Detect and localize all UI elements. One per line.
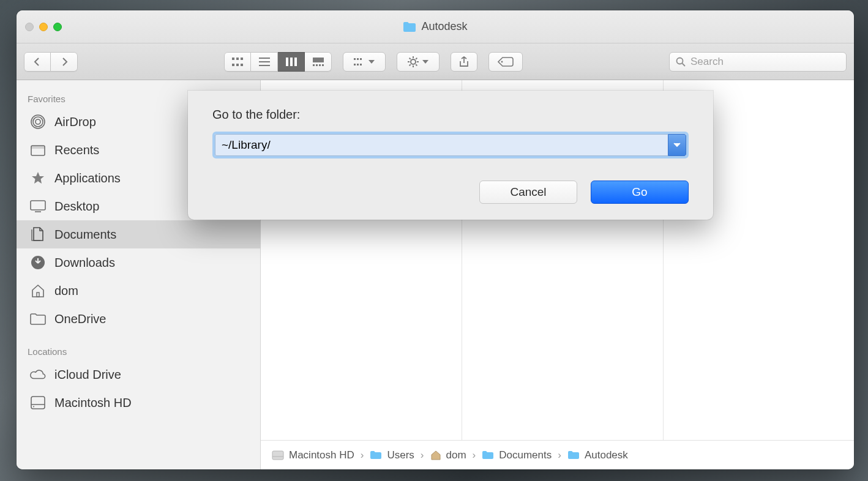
- action-button[interactable]: [397, 52, 440, 72]
- svg-line-28: [410, 58, 411, 59]
- sidebar-item-macintosh-hd[interactable]: Macintosh HD: [17, 389, 260, 417]
- folder-icon: [567, 450, 580, 460]
- svg-rect-15: [319, 64, 321, 66]
- cloud-icon: [30, 367, 46, 382]
- svg-rect-18: [357, 58, 359, 60]
- downloads-icon: [30, 255, 46, 270]
- folder-icon: [30, 311, 46, 327]
- svg-point-46: [33, 406, 34, 408]
- svg-line-31: [416, 58, 417, 59]
- locations-header: Locations: [17, 341, 260, 360]
- sidebar-item-label: Documents: [54, 228, 116, 242]
- minimize-window-button[interactable]: [39, 23, 48, 31]
- disk-icon: [30, 395, 46, 411]
- sidebar-item-icloud[interactable]: iCloud Drive: [17, 360, 260, 389]
- home-icon: [30, 283, 46, 299]
- svg-rect-43: [37, 293, 39, 297]
- svg-rect-16: [322, 64, 324, 66]
- share-button[interactable]: [451, 52, 477, 72]
- cancel-button[interactable]: Cancel: [479, 181, 577, 204]
- window-title-text: Autodesk: [421, 20, 467, 33]
- sidebar-item-label: dom: [54, 284, 78, 298]
- path-segment-users[interactable]: Users: [370, 449, 414, 461]
- path-segment-autodesk[interactable]: Autodesk: [567, 449, 628, 461]
- folder-icon: [370, 450, 382, 460]
- maximize-window-button[interactable]: [53, 23, 62, 31]
- path-label: Autodesk: [585, 449, 628, 461]
- svg-point-32: [501, 61, 503, 62]
- svg-line-34: [683, 63, 686, 66]
- tags-button[interactable]: [488, 52, 523, 72]
- go-button[interactable]: Go: [591, 181, 689, 204]
- desktop-icon: [30, 198, 46, 214]
- folder-path-combo: [212, 132, 689, 158]
- sheet-label: Go to the folder:: [212, 108, 689, 122]
- list-view-button[interactable]: [251, 52, 278, 72]
- svg-rect-2: [241, 58, 243, 60]
- sidebar-item-documents[interactable]: Documents: [17, 220, 260, 248]
- svg-rect-21: [357, 64, 359, 65]
- svg-rect-14: [316, 64, 318, 66]
- folder-icon: [482, 450, 494, 460]
- recents-icon: [30, 142, 46, 158]
- folder-icon: [403, 21, 416, 32]
- svg-rect-3: [232, 64, 234, 66]
- nav-group: [24, 52, 78, 72]
- svg-rect-0: [232, 58, 234, 60]
- sidebar-item-label: Applications: [54, 171, 121, 185]
- forward-button[interactable]: [51, 52, 78, 72]
- svg-point-23: [411, 59, 416, 64]
- airdrop-icon: [30, 114, 46, 130]
- path-label: Users: [387, 449, 414, 461]
- svg-rect-22: [360, 64, 362, 65]
- traffic-lights: [25, 23, 62, 31]
- sidebar-item-label: Recents: [54, 143, 99, 157]
- svg-rect-20: [354, 64, 356, 65]
- sidebar-item-onedrive[interactable]: OneDrive: [17, 305, 260, 333]
- path-segment-documents[interactable]: Documents: [482, 449, 552, 461]
- svg-point-36: [33, 117, 43, 127]
- sidebar-item-home[interactable]: dom: [17, 277, 260, 305]
- svg-point-33: [677, 58, 683, 64]
- svg-line-30: [410, 64, 411, 65]
- sidebar-item-label: Desktop: [54, 199, 99, 214]
- svg-rect-47: [272, 451, 283, 460]
- svg-rect-19: [360, 58, 362, 60]
- sidebar-item-label: OneDrive: [54, 312, 106, 326]
- search-icon: [676, 57, 686, 67]
- svg-rect-11: [294, 58, 297, 66]
- documents-icon: [30, 226, 46, 242]
- chevron-right-icon: ›: [473, 449, 476, 461]
- search-field[interactable]: [669, 52, 847, 72]
- path-segment-macintosh-hd[interactable]: Macintosh HD: [272, 449, 354, 461]
- svg-rect-10: [290, 58, 293, 66]
- group-by-button[interactable]: [343, 52, 386, 72]
- gallery-view-button[interactable]: [305, 52, 332, 72]
- home-icon: [430, 450, 441, 460]
- search-input[interactable]: [690, 56, 840, 68]
- sheet-buttons: Cancel Go: [212, 181, 689, 204]
- dropdown-button[interactable]: [668, 134, 686, 156]
- svg-rect-13: [313, 64, 315, 66]
- svg-point-35: [36, 119, 40, 124]
- window-title: Autodesk: [17, 20, 854, 33]
- chevron-right-icon: ›: [558, 449, 561, 461]
- close-window-button[interactable]: [25, 23, 34, 31]
- back-button[interactable]: [24, 52, 51, 72]
- sidebar-item-label: iCloud Drive: [54, 368, 121, 382]
- svg-rect-17: [354, 58, 356, 60]
- applications-icon: [30, 170, 46, 186]
- folder-path-input[interactable]: [215, 134, 668, 156]
- svg-rect-39: [31, 146, 45, 149]
- sidebar-item-downloads[interactable]: Downloads: [17, 248, 260, 277]
- toolbar: [17, 43, 854, 80]
- column-view-button[interactable]: [278, 52, 305, 72]
- view-group: [224, 52, 332, 72]
- sidebar-item-label: AirDrop: [54, 115, 96, 129]
- path-segment-dom[interactable]: dom: [430, 449, 466, 461]
- icon-view-button[interactable]: [224, 52, 251, 72]
- sidebar-item-label: Macintosh HD: [54, 396, 132, 410]
- chevron-right-icon: ›: [361, 449, 364, 461]
- chevron-right-icon: ›: [421, 449, 424, 461]
- sidebar-item-label: Downloads: [54, 256, 115, 270]
